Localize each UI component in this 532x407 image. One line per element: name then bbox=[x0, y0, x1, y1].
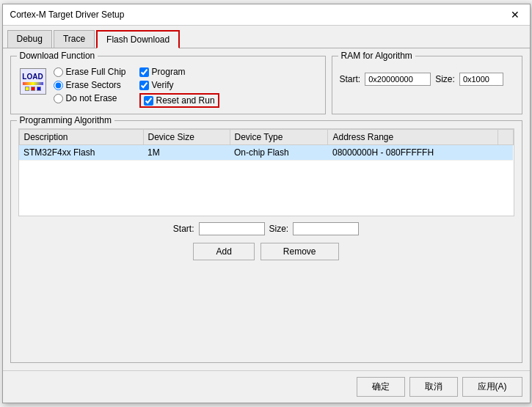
algo-size-input[interactable] bbox=[293, 222, 359, 235]
radio-do-not-erase: Do not Erase bbox=[54, 93, 126, 103]
add-button[interactable]: Add bbox=[193, 243, 254, 260]
addr-row: Start: Size: bbox=[18, 222, 514, 235]
addr-size-label: Size: bbox=[269, 224, 289, 234]
col-device-type: Device Type bbox=[230, 130, 328, 145]
radio-erase-full-input[interactable] bbox=[54, 67, 63, 77]
radio-erase-sectors-input[interactable] bbox=[54, 81, 63, 90]
tab-flash-download[interactable]: Flash Download bbox=[96, 30, 180, 48]
table-header-row: Description Device Size Device Type Addr… bbox=[19, 130, 513, 145]
apply-button[interactable]: 应用(A) bbox=[462, 377, 522, 397]
main-window: Cortex-M Target Driver Setup ✕ Debug Tra… bbox=[2, 4, 531, 403]
title-bar: Cortex-M Target Driver Setup ✕ bbox=[3, 4, 530, 26]
check-group: Program Verify Reset and Run bbox=[139, 67, 219, 108]
table-row[interactable]: STM32F4xx Flash 1M On-chip Flash 0800000… bbox=[19, 145, 513, 161]
tab-debug[interactable]: Debug bbox=[7, 30, 52, 48]
col-extra bbox=[498, 130, 513, 145]
radio-erase-sectors: Erase Sectors bbox=[54, 80, 126, 90]
check-reset-run-label: Reset and Run bbox=[156, 95, 215, 106]
size-label: Size: bbox=[435, 74, 455, 84]
programming-algorithm-title: Programming Algorithm bbox=[17, 115, 114, 125]
algo-table: Description Device Size Device Type Addr… bbox=[18, 128, 514, 216]
main-content: Download Function LOAD bbox=[3, 48, 530, 370]
radio-do-not-erase-label: Do not Erase bbox=[66, 93, 117, 103]
load-icon: LOAD bbox=[18, 67, 48, 96]
cell-device-size: 1M bbox=[143, 145, 230, 161]
cell-address-range: 08000000H - 080FFFFFH bbox=[328, 145, 498, 161]
radio-do-not-erase-input[interactable] bbox=[54, 94, 63, 103]
cancel-button[interactable]: 取消 bbox=[409, 377, 458, 397]
confirm-button[interactable]: 确定 bbox=[357, 377, 405, 397]
top-section: Download Function LOAD bbox=[10, 56, 522, 114]
check-program: Program bbox=[139, 67, 219, 77]
download-function-title: Download Function bbox=[17, 51, 98, 61]
cell-device-type: On-chip Flash bbox=[230, 145, 328, 161]
tab-trace[interactable]: Trace bbox=[54, 30, 95, 48]
col-description: Description bbox=[19, 130, 143, 145]
window-title: Cortex-M Target Driver Setup bbox=[10, 10, 125, 20]
reset-run-box: Reset and Run bbox=[139, 93, 219, 108]
radio-erase-full: Erase Full Chip bbox=[54, 67, 126, 77]
radio-erase-sectors-label: Erase Sectors bbox=[66, 80, 121, 90]
remove-button[interactable]: Remove bbox=[260, 243, 339, 260]
close-button[interactable]: ✕ bbox=[508, 9, 522, 21]
check-verify-label: Verify bbox=[152, 80, 174, 90]
radio-erase-full-label: Erase Full Chip bbox=[66, 67, 126, 77]
ram-algorithm-title: RAM for Algorithm bbox=[338, 51, 415, 61]
check-reset-run: Reset and Run bbox=[139, 93, 219, 108]
load-icon-graphic: LOAD bbox=[20, 68, 46, 95]
size-input[interactable] bbox=[459, 73, 503, 86]
radio-group: Erase Full Chip Erase Sectors Do not Era… bbox=[54, 67, 126, 108]
ram-row: Start: Size: bbox=[340, 73, 514, 86]
algo-start-input[interactable] bbox=[199, 222, 265, 235]
check-program-label: Program bbox=[152, 67, 186, 77]
cell-description: STM32F4xx Flash bbox=[19, 145, 143, 161]
col-address-range: Address Range bbox=[328, 130, 498, 145]
cell-extra bbox=[498, 145, 513, 161]
check-verify: Verify bbox=[139, 80, 219, 90]
button-row: Add Remove bbox=[18, 243, 514, 260]
col-device-size: Device Size bbox=[143, 130, 230, 145]
addr-start-label: Start: bbox=[173, 224, 194, 234]
programming-algorithm-group: Programming Algorithm Description Device… bbox=[10, 120, 522, 363]
bottom-bar: 确定 取消 应用(A) bbox=[3, 370, 530, 403]
ram-algorithm-group: RAM for Algorithm Start: Size: bbox=[332, 56, 522, 114]
start-label: Start: bbox=[340, 74, 361, 84]
check-verify-input[interactable] bbox=[139, 81, 149, 90]
download-function-group: Download Function LOAD bbox=[10, 56, 326, 114]
check-program-input[interactable] bbox=[139, 67, 149, 77]
algo-table-inner: Description Device Size Device Type Addr… bbox=[19, 129, 514, 161]
tab-bar: Debug Trace Flash Download bbox=[3, 26, 530, 48]
start-input[interactable] bbox=[365, 73, 431, 86]
check-reset-run-input[interactable] bbox=[144, 96, 153, 106]
download-inner: LOAD Erase Full bbox=[18, 67, 318, 108]
